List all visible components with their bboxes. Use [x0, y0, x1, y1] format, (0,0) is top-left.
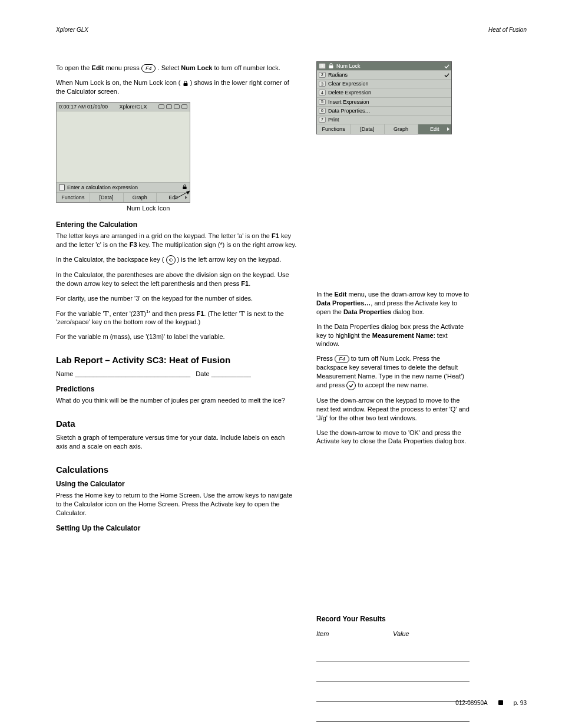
- shot-tab-data[interactable]: [Data]: [90, 193, 124, 202]
- shot-status-icons: [158, 104, 187, 109]
- menu-tab-data[interactable]: [Data]: [351, 124, 384, 134]
- screenshot-caption: Num Lock Icon: [127, 204, 297, 213]
- shot-workarea: [57, 111, 190, 182]
- menu-index: 6: [319, 108, 326, 114]
- menu-item[interactable]: 6Data Properties…: [317, 106, 451, 115]
- right-column: 1 Num Lock 2Radians3Clear Expression4Del…: [316, 61, 470, 728]
- menu-tab-graph[interactable]: Graph: [385, 124, 418, 134]
- shot-tab-edit[interactable]: Edit: [157, 193, 190, 202]
- predictions-question: What do you think will be the number of …: [56, 396, 297, 405]
- calc-open: Press the Home key to return to the Home…: [56, 491, 297, 518]
- svg-rect-0: [183, 83, 187, 86]
- results-table: Item Value: [316, 630, 470, 728]
- right-step2: In the Data Properties dialog box press …: [316, 322, 470, 349]
- right-step5: Use the down-arrow to move to 'OK' and p…: [316, 429, 470, 446]
- activate-key-icon: [346, 381, 356, 390]
- menu-index: 2: [319, 72, 326, 78]
- menu-index: 5: [319, 99, 326, 105]
- heading-labreport: Lab Report – Activity SC3: Heat of Fusio…: [56, 354, 297, 366]
- right-step1: In the Edit menu, use the down-arrow key…: [316, 290, 470, 317]
- menu-index-1: 1: [319, 63, 326, 69]
- menu-item[interactable]: 4Delete Expression: [317, 88, 451, 97]
- menu-index: 4: [319, 90, 326, 95]
- right-step3: Press F4 to turn off Num Lock. Press the…: [316, 354, 470, 390]
- footer-bullet-icon: [498, 700, 503, 705]
- table-row: [316, 641, 470, 661]
- para-edit-menu: To open the Edit menu press F4 . Select …: [56, 64, 297, 73]
- menu-item[interactable]: 5Insert Expression: [317, 97, 451, 106]
- para-parens: In the Calculator, the parentheses are a…: [56, 271, 297, 288]
- right-step4: Use the down-arrow on the keypad to move…: [316, 396, 470, 423]
- menu-title: Num Lock: [336, 62, 361, 70]
- table-row: [316, 701, 470, 721]
- menu-item-label: Print: [328, 116, 339, 123]
- heading-entering-calc: Entering the Calculation: [56, 220, 297, 229]
- shot-timestamp: 0:00:17 AM 01/01/00: [59, 103, 108, 110]
- lab-name-date: Name ________________________________ Da…: [56, 370, 297, 378]
- table-row: [316, 661, 470, 681]
- table-row: [316, 721, 470, 728]
- para-letterkeys: The letter keys are arranged in a grid o…: [56, 232, 297, 249]
- runheader-left: Xplorer GLX: [56, 26, 88, 34]
- check-icon: [444, 73, 449, 78]
- f4-key-icon: F4: [141, 64, 156, 73]
- shot-hint: Enter a calculation expression: [67, 184, 138, 191]
- lock-icon: [183, 80, 189, 86]
- heading-using-calc: Using the Calculator: [56, 479, 297, 489]
- page-footer: 012-08950A p. 93: [455, 699, 527, 707]
- shot-tab-graph[interactable]: Graph: [124, 193, 157, 202]
- para-backspace: In the Calculator, the backspace key ( )…: [56, 255, 297, 265]
- menu-item-label: Radians: [328, 71, 348, 78]
- edit-menu-thumbnail: 1 Num Lock 2Radians3Clear Expression4Del…: [316, 61, 452, 134]
- runheader-right: Heat of Fusion: [488, 26, 527, 34]
- check-icon: [444, 64, 449, 69]
- menu-item[interactable]: 7Print: [317, 115, 451, 124]
- lock-icon: [328, 63, 334, 69]
- calculator-screenshot: 0:00:17 AM 01/01/00 XplorerGLX Enter a c…: [56, 102, 190, 203]
- menu-item-label: Delete Expression: [328, 89, 371, 96]
- table-row: [316, 681, 470, 701]
- results-col-value: Value: [393, 630, 470, 641]
- backspace-key-icon: [166, 255, 176, 265]
- menu-index: 7: [319, 117, 326, 123]
- para-numlock-icon: When Num Lock is on, the Num Lock icon (…: [56, 78, 297, 96]
- heading-record-results: Record Your Results: [316, 614, 470, 624]
- shot-title: XplorerGLX: [120, 103, 147, 110]
- svg-rect-1: [183, 187, 186, 190]
- doc-icon: [59, 185, 65, 190]
- f4-key-icon: F4: [335, 355, 349, 363]
- para-varT: For the variable 'T', enter '(23T)1' and…: [56, 309, 297, 327]
- heading-data: Data: [56, 418, 297, 430]
- menu-tab-edit[interactable]: Edit: [418, 124, 451, 134]
- heading-setup-calc: Setting Up the Calculator: [56, 523, 297, 533]
- left-column: To open the Edit menu press F4 . Select …: [56, 61, 297, 728]
- heading-predictions: Predictions: [56, 384, 297, 394]
- data-sketch: Sketch a graph of temperature versus tim…: [56, 433, 297, 451]
- menu-item-label: Insert Expression: [328, 98, 369, 106]
- menu-item-label: Data Properties…: [328, 107, 371, 114]
- heading-calculations: Calculations: [56, 464, 297, 476]
- svg-point-4: [171, 259, 172, 260]
- results-col-item: Item: [316, 630, 393, 641]
- para-sides: For clarity, use the number '3' on the k…: [56, 294, 297, 303]
- svg-rect-5: [329, 65, 333, 68]
- footer-page: p. 93: [514, 699, 527, 707]
- para-varm: For the variable m (mass), use '(13m)' t…: [56, 332, 297, 341]
- footer-code: 012-08950A: [455, 699, 488, 707]
- menu-item[interactable]: 3Clear Expression: [317, 79, 451, 88]
- menu-item-label: Clear Expression: [328, 80, 369, 87]
- shot-tab-functions[interactable]: Functions: [57, 193, 90, 202]
- menu-index: 3: [319, 81, 326, 87]
- menu-tab-functions[interactable]: Functions: [317, 124, 351, 134]
- menu-item[interactable]: 2Radians: [317, 70, 451, 79]
